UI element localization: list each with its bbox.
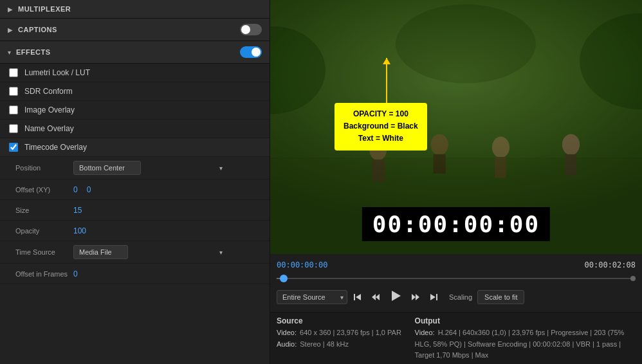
timecode-overlay-label: Timecode Overlay [24,143,87,152]
opacity-row: Opacity 100 [0,221,270,241]
offset-xy-label: Offset (XY) [15,186,73,194]
annotation-line2: Background = Black [344,120,418,132]
annotation-container: OPACITY = 100 Background = Black Text = … [335,103,427,150]
svg-point-11 [562,134,580,156]
lumetri-label: Lumetri Look / LUT [24,68,90,77]
svg-rect-12 [565,154,576,176]
annotation-line3: Text = White [344,132,418,145]
annotation-tooltip: OPACITY = 100 Background = Black Text = … [335,103,427,150]
multiplexer-title: MULTIPLEXER [18,5,262,13]
captions-section-header[interactable]: ▶ CAPTIONS [0,19,270,41]
play-button[interactable] [386,289,405,305]
output-info-col: Output Video: H.264 | 640x360 (1,0) | 23… [415,316,636,361]
output-video-label: Video: [415,329,435,336]
svg-marker-17 [392,291,401,301]
effects-section-header[interactable]: ▾ EFFECTS [0,41,270,64]
go-to-out-icon [429,293,438,302]
size-value[interactable]: 15 [73,206,82,215]
offset-y-value[interactable]: 0 [87,185,91,194]
sdr-row: SDR Conform [0,82,270,101]
scrubber-end-dot [630,276,636,281]
scaling-label: Scaling [449,293,472,301]
transport-row: Entire Source Work Area Custom [277,286,636,308]
time-source-select-wrap: Media File Sequence Custom [73,245,228,259]
left-panel: ▶ MULTIPLEXER ▶ CAPTIONS ▾ EFFECTS Lumet… [0,0,270,364]
image-overlay-label: Image Overlay [24,105,75,114]
name-overlay-checkbox[interactable] [9,124,18,133]
effects-toggle[interactable] [240,46,262,58]
sdr-checkbox[interactable] [9,87,18,96]
timecode-overlay-bar: 00:00:00:00 [362,207,550,241]
output-video-value: H.264 | 640x360 (1,0) | 23,976 fps | Pro… [415,329,625,359]
step-back-button[interactable] [368,291,383,304]
position-select[interactable]: Bottom Center Top Left Top Center Top Ri… [73,161,141,175]
source-range-select-wrap: Entire Source Work Area Custom [277,290,347,304]
offset-x-value[interactable]: 0 [73,185,78,194]
svg-rect-8 [434,154,446,174]
svg-marker-14 [356,294,361,300]
time-source-select[interactable]: Media File Sequence Custom [73,245,128,259]
time-source-row: Time Source Media File Sequence Custom [0,241,270,264]
lumetri-checkbox[interactable] [9,68,18,77]
step-forward-icon [411,293,420,302]
bottom-controls: 00:00:00:00 00:00:02:08 Entire Source Wo… [270,254,642,312]
annotation-arrow [386,58,387,103]
multiplexer-chevron-icon: ▶ [8,6,13,13]
name-overlay-label: Name Overlay [24,124,74,133]
size-label: Size [15,206,73,214]
effects-title: EFFECTS [16,48,240,56]
multiplexer-section-header[interactable]: ▶ MULTIPLEXER [0,0,270,19]
step-forward-button[interactable] [408,291,423,304]
source-audio-label: Audio: [277,340,297,348]
size-row: Size 15 [0,200,270,221]
sdr-label: SDR Conform [24,87,73,96]
image-overlay-row: Image Overlay [0,101,270,120]
svg-rect-20 [436,294,437,300]
scrubber-track [277,278,636,279]
svg-marker-16 [376,294,380,300]
source-video-label: Video: [277,329,297,336]
video-preview: 00:00:00:00 OPACITY = 100 Background = B… [270,0,642,254]
image-overlay-checkbox[interactable] [9,105,18,114]
info-row: Source Video: 640 x 360 | 23,976 fps | 1… [270,312,642,364]
output-title: Output [415,316,636,325]
position-row: Position Bottom Center Top Left Top Cent… [0,157,270,179]
timecode-display-text: 00:00:00:00 [372,211,540,237]
opacity-label: Opacity [15,227,73,235]
timecode-total: 00:00:02:08 [585,260,636,269]
source-audio-value: Stereo | 48 kHz [300,340,349,348]
position-label: Position [15,164,73,172]
opacity-value[interactable]: 100 [73,226,86,235]
scaling-value: Scale to fit [477,290,524,304]
source-video-value: 640 x 360 | 23,976 fps | 1,0 PAR [300,329,401,336]
go-to-out-button[interactable] [426,291,441,304]
svg-rect-6 [372,159,385,181]
offset-frames-label: Offset in Frames [15,270,73,278]
scrubber-container[interactable] [277,272,636,285]
go-to-in-button[interactable] [350,291,365,304]
timecode-overlay-header: Timecode Overlay [0,138,270,157]
svg-point-7 [430,134,448,156]
offset-frames-value[interactable]: 0 [73,269,78,278]
time-source-label: Time Source [15,248,73,256]
offset-xy-row: Offset (XY) 0 0 [0,179,270,200]
annotation-line1: OPACITY = 100 [344,108,418,120]
timecode-overlay-checkbox[interactable] [9,143,18,152]
scrubber-thumb[interactable] [280,275,288,282]
svg-marker-19 [416,294,419,300]
timecode-row: 00:00:00:00 00:00:02:08 [277,258,636,271]
captions-toggle[interactable] [240,24,262,35]
effects-chevron-icon: ▾ [8,49,11,56]
output-video-line: Video: H.264 | 640x360 (1,0) | 23,976 fp… [415,327,636,361]
play-icon [390,290,401,302]
timecode-current[interactable]: 00:00:00:00 [277,260,327,269]
step-back-icon [371,293,380,302]
go-to-in-icon [353,293,362,302]
source-info-col: Source Video: 640 x 360 | 23,976 fps | 1… [277,316,415,361]
svg-point-4 [396,5,536,84]
svg-point-9 [492,137,509,158]
svg-marker-18 [412,294,416,300]
source-range-select[interactable]: Entire Source Work Area Custom [277,290,347,304]
source-video-line: Video: 640 x 360 | 23,976 fps | 1,0 PAR [277,327,415,339]
name-overlay-row: Name Overlay [0,120,270,138]
